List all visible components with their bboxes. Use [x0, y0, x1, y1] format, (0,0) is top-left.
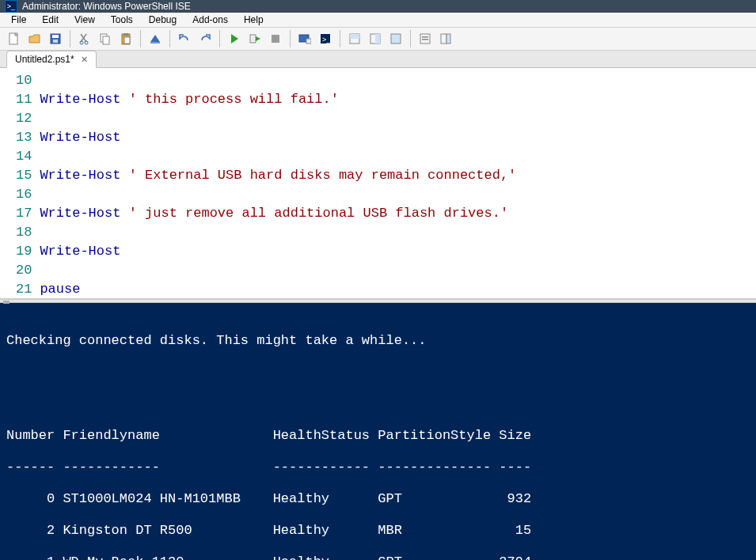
save-button[interactable] — [46, 29, 65, 48]
menu-tools[interactable]: Tools — [103, 13, 141, 27]
console-columns: Number Friendlyname HealthStatus Partiti… — [6, 428, 750, 444]
toolbar-separator — [340, 30, 340, 47]
open-button[interactable] — [25, 29, 44, 48]
console-row: 2 Kingston DT R500 Healthy MBR 15 — [6, 523, 750, 539]
svg-rect-8 — [122, 34, 130, 44]
stop-button[interactable] — [266, 29, 285, 48]
run-button[interactable] — [225, 29, 244, 48]
show-script-max-button[interactable] — [386, 29, 405, 48]
show-script-right-button[interactable] — [366, 29, 385, 48]
menu-edit[interactable]: Edit — [34, 13, 66, 27]
svg-rect-19 — [350, 34, 359, 39]
window-title: Administrator: Windows PowerShell ISE — [22, 1, 191, 12]
svg-rect-13 — [272, 35, 279, 43]
svg-rect-11 — [150, 42, 160, 44]
svg-rect-23 — [420, 34, 430, 44]
toolbar-separator — [140, 30, 141, 47]
line-gutter: 10 11 12 13 14 15 16 17 18 19 20 21 — [0, 68, 40, 298]
show-command-button[interactable] — [416, 29, 435, 48]
title-bar: >_ Administrator: Windows PowerShell ISE — [0, 0, 756, 13]
svg-rect-0 — [9, 33, 17, 44]
paste-button[interactable] — [116, 29, 135, 48]
menu-bar: File Edit View Tools Debug Add-ons Help — [0, 13, 756, 28]
svg-rect-3 — [53, 40, 58, 43]
svg-rect-10 — [124, 37, 130, 44]
redo-button[interactable] — [196, 29, 215, 48]
svg-rect-27 — [446, 34, 450, 44]
close-icon[interactable]: ✕ — [79, 55, 89, 65]
toolbar-separator — [169, 30, 170, 47]
toolbar-separator — [410, 30, 411, 47]
svg-rect-12 — [250, 35, 256, 43]
toolbar-separator — [70, 30, 70, 47]
console-output: Checking connected disks. This might tak… — [6, 333, 750, 349]
file-tab[interactable]: Untitled2.ps1* ✕ — [6, 51, 97, 68]
svg-rect-22 — [391, 34, 401, 44]
tab-label: Untitled2.ps1* — [15, 54, 74, 65]
svg-point-4 — [80, 41, 83, 44]
svg-rect-7 — [103, 36, 109, 44]
show-command-addon-button[interactable] — [436, 29, 455, 48]
run-selection-button[interactable] — [245, 29, 264, 48]
toolbar: >_ — [0, 28, 756, 51]
svg-rect-24 — [422, 36, 428, 38]
menu-addons[interactable]: Add-ons — [184, 13, 236, 27]
cut-button[interactable] — [75, 29, 94, 48]
code-area[interactable]: Write-Host ' this process will fail.' Wr… — [40, 68, 645, 298]
undo-button[interactable] — [175, 29, 194, 48]
svg-rect-26 — [441, 34, 446, 44]
svg-rect-21 — [375, 34, 380, 44]
toolbar-separator — [290, 30, 291, 47]
svg-rect-25 — [422, 39, 428, 40]
script-editor[interactable]: 10 11 12 13 14 15 16 17 18 19 20 21 Writ… — [0, 68, 756, 299]
toolbar-separator — [219, 30, 220, 47]
console-dashes: ------ ------------ ------------ -------… — [6, 460, 750, 475]
clear-console-button[interactable] — [146, 29, 165, 48]
menu-help[interactable]: Help — [236, 13, 272, 27]
copy-button[interactable] — [96, 29, 115, 48]
svg-point-5 — [85, 41, 88, 44]
svg-rect-15 — [306, 39, 311, 44]
remote-button[interactable] — [295, 29, 314, 48]
powershell-tab-button[interactable]: >_ — [316, 29, 335, 48]
app-icon: >_ — [5, 0, 17, 13]
svg-rect-18 — [350, 34, 359, 44]
svg-rect-1 — [51, 34, 60, 44]
menu-file[interactable]: File — [3, 13, 34, 27]
svg-rect-2 — [52, 35, 59, 38]
tab-strip: Untitled2.ps1* ✕ — [0, 51, 756, 68]
svg-rect-9 — [123, 33, 128, 36]
svg-rect-14 — [299, 35, 309, 42]
svg-rect-16 — [321, 34, 330, 44]
new-button[interactable] — [5, 29, 24, 48]
console-pane[interactable]: Checking connected disks. This might tak… — [0, 303, 756, 560]
pane-splitter[interactable] — [0, 299, 756, 303]
menu-debug[interactable]: Debug — [141, 13, 184, 27]
svg-text:>_: >_ — [322, 36, 331, 44]
console-row: 0 ST1000LM024 HN-M101MBB Healthy GPT 932 — [6, 491, 750, 507]
svg-rect-20 — [370, 34, 380, 44]
menu-view[interactable]: View — [66, 13, 103, 27]
svg-rect-6 — [101, 34, 107, 42]
show-script-button[interactable] — [345, 29, 364, 48]
console-row: 1 WD My Book 1130 Healthy GPT 2794 — [6, 554, 750, 560]
